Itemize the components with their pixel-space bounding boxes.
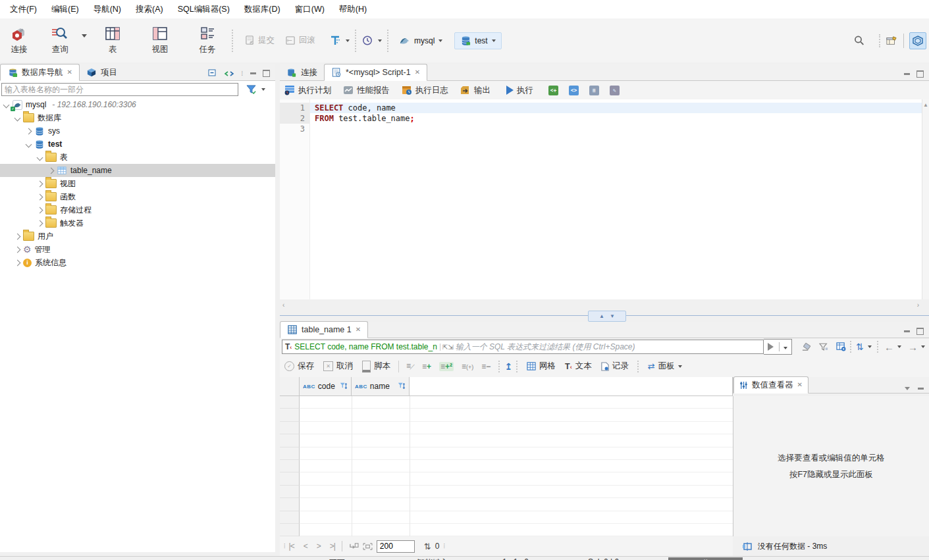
grid-settings-icon[interactable]	[836, 342, 846, 351]
tab-database-navigator[interactable]: 数据库导航 ✕	[0, 64, 80, 81]
close-icon[interactable]: ✕	[797, 382, 803, 388]
sash-collapse-control[interactable]: ▲ ▼	[588, 311, 626, 322]
tree-item-table-name[interactable]: table_name	[0, 164, 275, 177]
scroll-left-icon[interactable]: ‹	[282, 301, 284, 309]
edit-row-icon[interactable]: ≡／	[406, 361, 414, 371]
database-selector[interactable]: test	[454, 32, 501, 49]
scroll-right-icon[interactable]: ›	[917, 301, 919, 309]
tree-filter-input[interactable]	[1, 83, 238, 96]
chevron-right-icon[interactable]	[14, 233, 21, 240]
row-number-cell[interactable]	[280, 472, 300, 485]
add-row-icon[interactable]: ≡+	[422, 362, 431, 371]
history-dropdown-caret[interactable]	[378, 39, 382, 42]
table-row[interactable]	[280, 472, 733, 485]
result-filter-input[interactable]: T‹ SELECT code, name FROM test.table_n ⇱…	[282, 340, 764, 354]
apply-filter-button[interactable]	[764, 339, 792, 355]
tree-item-views-folder[interactable]: 视图	[0, 177, 275, 190]
tree-item-databases-folder[interactable]: 数据库	[0, 111, 275, 124]
column-filter-icon[interactable]	[398, 382, 406, 390]
history-icon[interactable]	[362, 36, 373, 46]
filter-history-caret[interactable]	[779, 342, 787, 351]
sql-templates-icon[interactable]: ≡	[589, 86, 599, 95]
row-number-cell[interactable]	[280, 422, 300, 434]
tab-result-table-name[interactable]: table_name 1 ✕	[280, 321, 368, 338]
fetch-all-rows-icon[interactable]	[363, 542, 373, 551]
script-button[interactable]: 脚本	[358, 361, 395, 372]
delete-row-icon[interactable]: ≡−	[481, 362, 491, 371]
menu-window[interactable]: 窗口(W)	[288, 1, 332, 18]
tree-item-triggers-folder[interactable]: 触发器	[0, 216, 275, 230]
nav-last-icon[interactable]: >|	[330, 542, 335, 551]
row-number-cell[interactable]	[280, 447, 300, 460]
filter-icon[interactable]	[246, 85, 256, 94]
collapse-down-icon[interactable]: ▼	[610, 313, 615, 319]
grid-view-button[interactable]: 网格	[522, 361, 560, 372]
menu-file[interactable]: 文件(F)	[3, 1, 44, 18]
chevron-right-icon[interactable]	[26, 128, 32, 134]
dbeaver-perspective-icon[interactable]	[909, 32, 926, 49]
close-icon[interactable]: ✕	[356, 326, 361, 333]
table-row[interactable]	[280, 460, 733, 472]
row-cells[interactable]	[300, 460, 733, 472]
back-dropdown-caret[interactable]	[897, 345, 901, 348]
row-cells[interactable]	[300, 486, 733, 498]
table-row[interactable]	[280, 447, 733, 460]
table-row[interactable]	[280, 524, 733, 536]
fetch-size-input[interactable]	[377, 540, 415, 553]
tree-item-procedures-folder[interactable]: 存储过程	[0, 203, 275, 216]
nav-first-icon[interactable]: |<	[289, 542, 294, 551]
row-cells[interactable]	[300, 447, 733, 460]
refresh-count-icon[interactable]: ⇅	[424, 542, 431, 551]
tree-item-functions-folder[interactable]: 函数	[0, 190, 275, 203]
chevron-down-icon[interactable]	[37, 154, 43, 161]
sql-console-icon[interactable]: <>	[569, 86, 579, 95]
tree-item-test[interactable]: test	[0, 138, 275, 151]
column-filter-icon[interactable]	[340, 382, 348, 390]
minimize-icon[interactable]	[904, 330, 910, 332]
tab-sql-script[interactable]: *<mysql> Script-1 ✕	[324, 64, 427, 81]
query-dropdown-caret[interactable]	[82, 34, 87, 38]
row-number-cell[interactable]	[280, 434, 300, 447]
tree-item-tables-folder[interactable]: 表	[0, 151, 275, 164]
collapse-up-icon[interactable]: ▲	[599, 313, 604, 319]
close-icon[interactable]: ✕	[415, 69, 420, 76]
transaction-dropdown-caret[interactable]	[346, 39, 350, 42]
nav-prev-icon[interactable]: <	[304, 542, 307, 551]
nav-next-icon[interactable]: >	[317, 542, 321, 551]
transaction-mode-icon[interactable]	[330, 36, 340, 46]
save-button[interactable]: ✓ 保存	[280, 361, 319, 372]
edit-icon[interactable]: ✎	[610, 86, 620, 95]
duplicate-row-icon[interactable]: ≡+²	[439, 362, 454, 371]
row-cells[interactable]	[300, 422, 733, 434]
collapse-rows-icon[interactable]: ≡(+)	[462, 362, 473, 371]
chevron-right-icon[interactable]	[48, 167, 55, 174]
forward-dropdown-caret[interactable]	[921, 345, 925, 348]
table-row[interactable]	[280, 409, 733, 421]
row-cells[interactable]	[300, 396, 733, 409]
row-number-cell[interactable]	[280, 460, 300, 472]
row-number-cell[interactable]	[280, 396, 300, 409]
table-row[interactable]	[280, 511, 733, 524]
table-row[interactable]	[280, 422, 733, 434]
row-number-cell[interactable]	[280, 524, 300, 536]
editor-vertical-scrollbar[interactable]: ▲	[922, 99, 929, 299]
result-grid[interactable]	[280, 396, 733, 536]
performance-report-button[interactable]: 性能报告	[338, 85, 394, 96]
menu-navigate[interactable]: 导航(N)	[86, 1, 128, 18]
refresh-icon[interactable]: ⇅	[856, 342, 864, 352]
minimize-icon[interactable]	[904, 73, 910, 75]
tree-item-system-info[interactable]: i 系统信息	[0, 256, 275, 269]
menu-sql-editor[interactable]: SQL编辑器(S)	[171, 1, 237, 18]
chevron-right-icon[interactable]	[37, 220, 43, 226]
maximize-icon[interactable]	[263, 70, 270, 77]
tree-item-sys[interactable]: sys	[0, 124, 275, 138]
record-view-button[interactable]: 记录	[597, 361, 633, 372]
menu-database[interactable]: 数据库(D)	[237, 1, 288, 18]
link-with-editor-icon[interactable]	[224, 70, 234, 78]
minimize-icon[interactable]	[918, 388, 924, 390]
table-row[interactable]	[280, 486, 733, 498]
menu-edit[interactable]: 编辑(E)	[44, 1, 86, 18]
column-header-code[interactable]: ABC code	[300, 377, 352, 395]
maximize-icon[interactable]	[916, 70, 924, 78]
chevron-right-icon[interactable]	[37, 207, 43, 213]
